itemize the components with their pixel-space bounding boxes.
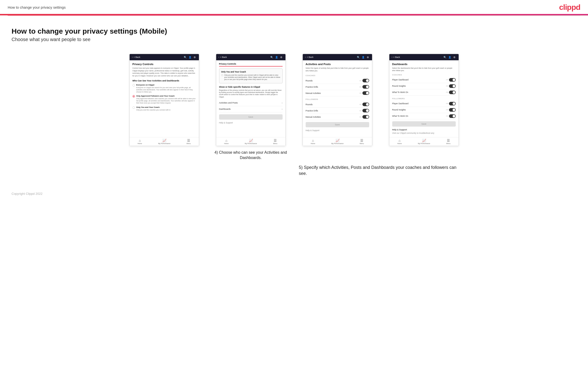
nav-home-2[interactable]: ⌂ Home (224, 139, 229, 144)
followers-drills-toggle-group[interactable]: ON (360, 109, 369, 112)
coaches-player-dash-toggle-group[interactable]: ON (446, 78, 456, 82)
profile-icon-4[interactable]: 👤 (448, 56, 451, 59)
privacy-tab-2[interactable]: Privacy Controls (219, 63, 236, 66)
followers-round-insights-row: Round Insights ON (392, 107, 456, 113)
nav-performance-2[interactable]: 📈 My Performance (245, 139, 257, 144)
followers-round-insights-toggle[interactable] (449, 108, 456, 112)
coaches-manual-toggle[interactable] (363, 91, 369, 95)
dropdown-title: Only You and Your Coach (221, 71, 280, 73)
caption-2: 5) Specify which Activities, Posts and D… (299, 165, 462, 176)
followers-player-dash-toggle-group[interactable]: ON (446, 102, 456, 105)
settings-icon-1[interactable]: ⚙ (193, 56, 197, 59)
radio-circle-approved (132, 95, 135, 98)
profile-icon-2[interactable]: 👤 (275, 56, 278, 59)
back-icon-1: ‹ (132, 56, 133, 58)
coaches-label-4: COACHES (392, 74, 456, 76)
back-nav-1[interactable]: ‹ < Back (132, 56, 140, 58)
home-label-1: Home (138, 143, 142, 144)
nav-performance-1[interactable]: 📈 My Performance (158, 139, 170, 144)
save-button-2[interactable]: Save (219, 114, 283, 120)
followers-manual-toggle-group[interactable]: ON (360, 115, 369, 119)
option-approved-text: Only Approved Followers and Your Coach O… (136, 95, 196, 104)
nav-menu-2[interactable]: ☰ Menu (273, 139, 277, 144)
search-icon-4[interactable]: 🔍 (443, 56, 447, 59)
settings-icon-4[interactable]: ⚙ (453, 56, 456, 59)
on-label: ON (360, 80, 362, 81)
followers-player-dash-label: Player Dashboard (392, 102, 409, 105)
back-nav-2[interactable]: ‹ < Back (219, 56, 227, 58)
main-content: How to change your privacy settings (Mob… (0, 16, 588, 184)
nav-menu-1[interactable]: ☰ Menu (187, 139, 191, 144)
profile-icon-3[interactable]: 👤 (362, 56, 365, 59)
top-bar: How to change your privacy settings clip… (0, 0, 588, 15)
coaches-drills-toggle-group[interactable]: ON (360, 85, 369, 89)
search-icon-3[interactable]: 🔍 (357, 56, 360, 59)
nav-performance-4[interactable]: 📈 My Performance (418, 139, 430, 144)
header-icons-3: 🔍 👤 ⚙ (357, 56, 370, 59)
followers-rounds-toggle-group[interactable]: ON (360, 103, 369, 106)
dashboards-title: Dashboards (392, 63, 456, 66)
performance-icon-4: 📈 (422, 139, 426, 142)
search-icon-1[interactable]: 🔍 (183, 56, 187, 59)
back-nav-3[interactable]: ‹ < Back (305, 56, 314, 58)
back-nav-4[interactable]: ‹ < Back (392, 56, 400, 58)
followers-player-dash-row: Player Dashboard ON (392, 101, 456, 107)
coaches-rounds-row: Rounds ON (306, 78, 369, 84)
activities-posts-title: Activities and Posts (306, 63, 369, 66)
coaches-drills-toggle[interactable] (363, 85, 369, 89)
followers-rounds-label: Rounds (306, 103, 313, 106)
followers-rounds-toggle[interactable] (363, 103, 369, 106)
nav-menu-4[interactable]: ☰ Menu (446, 139, 451, 144)
save-button-3[interactable]: Save (306, 122, 369, 127)
show-hide-title: Show or hide specific features in Clippd (219, 86, 283, 88)
page-title: How to change your privacy settings (Mob… (12, 27, 576, 35)
followers-manual-toggle[interactable] (363, 115, 369, 119)
nav-home-3[interactable]: ⌂ Home (311, 139, 315, 144)
dashboards-link[interactable]: Dashboards › (219, 106, 283, 112)
option-approved[interactable]: Only Approved Followers and Your Coach O… (132, 95, 196, 104)
help-support-4: Help & Support (392, 128, 456, 131)
privacy-desc-1: Control how and your data appears to eve… (132, 67, 196, 77)
settings-icon-2[interactable]: ⚙ (280, 56, 283, 59)
caption-spacer-1 (126, 161, 203, 176)
screenshot-group-1: ‹ < Back 🔍 👤 ⚙ Privacy Controls Control … (126, 54, 203, 146)
phone-body-1: Privacy Controls Control how and your da… (130, 60, 199, 137)
nav-home-1[interactable]: ⌂ Home (138, 139, 142, 144)
coaches-what-to-work-toggle-group[interactable]: ON (446, 91, 456, 94)
coaches-rounds-toggle-group[interactable]: ON (360, 79, 369, 82)
screenshot-group-4: ‹ < Back 🔍 👤 ⚙ Dashboards Select the das… (386, 54, 462, 146)
option-coach-only[interactable]: Only You and Your Coach Only you and the… (132, 106, 196, 111)
settings-icon-3[interactable]: ⚙ (366, 56, 370, 59)
coaches-round-insights-toggle-group[interactable]: ON (446, 84, 456, 88)
coaches-round-insights-toggle[interactable] (449, 84, 456, 88)
on-label-6: ON (360, 116, 362, 118)
search-icon-2[interactable]: 🔍 (270, 56, 273, 59)
performance-label-3: My Performance (331, 143, 343, 144)
on-label-2: ON (360, 86, 362, 88)
followers-manual-row: Manual Activities ON (306, 114, 369, 120)
activities-posts-link[interactable]: Activities and Posts › (219, 100, 283, 106)
followers-player-dash-toggle[interactable] (449, 102, 456, 105)
profile-icon-1[interactable]: 👤 (188, 56, 192, 59)
followers-what-to-work-toggle-group[interactable]: ON (446, 114, 456, 118)
coaches-manual-label: Manual Activities (306, 92, 321, 94)
coaches-what-to-work-toggle[interactable] (449, 91, 456, 94)
chevron-dashboards: › (282, 108, 282, 110)
coaches-rounds-toggle[interactable] (363, 79, 369, 82)
menu-icon-2: ☰ (274, 139, 277, 142)
nav-performance-3[interactable]: 📈 My Performance (331, 139, 343, 144)
save-button-4[interactable]: Save (392, 121, 456, 126)
coaches-what-to-work-row: What To Work On ON (392, 89, 456, 96)
nav-menu-3[interactable]: ☰ Menu (360, 139, 364, 144)
menu-label-2: Menu (273, 143, 277, 144)
coaches-player-dash-toggle[interactable] (449, 78, 456, 82)
option-everyone[interactable]: Everyone on Clippd Everyone on Clippd ca… (132, 84, 196, 93)
followers-what-to-work-toggle[interactable] (449, 114, 456, 118)
header-icons-4: 🔍 👤 ⚙ (443, 56, 456, 59)
coaches-player-dash-row: Player Dashboard ON (392, 77, 456, 83)
followers-drills-toggle[interactable] (363, 109, 369, 112)
help-support-3: Help & Support (306, 129, 369, 132)
nav-home-4[interactable]: ⌂ Home (397, 139, 402, 144)
coaches-manual-toggle-group[interactable]: ON (360, 91, 369, 95)
followers-round-insights-toggle-group[interactable]: ON (446, 108, 456, 112)
